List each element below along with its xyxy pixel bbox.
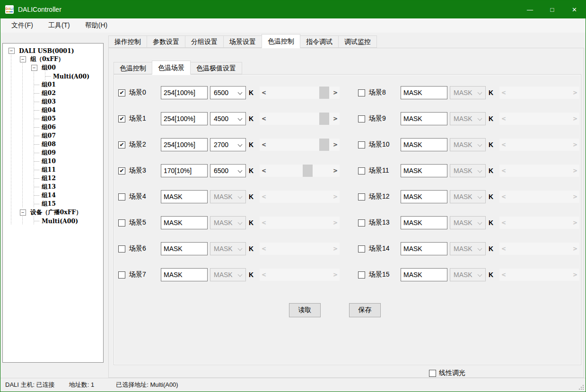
tree-node[interactable]: 组15 — [6, 200, 103, 208]
tree-node[interactable]: 组05 — [6, 114, 103, 123]
close-button[interactable]: ✕ — [563, 0, 586, 18]
scene-checkbox[interactable] — [118, 245, 125, 253]
scene-level-input[interactable] — [401, 86, 447, 99]
scene-level-input[interactable] — [161, 164, 208, 177]
save-button[interactable]: 保存 — [349, 303, 381, 317]
scene-level-input[interactable] — [161, 138, 208, 151]
scene-checkbox[interactable] — [358, 141, 365, 148]
scene-level-input[interactable] — [401, 242, 447, 255]
tree-node[interactable]: −DALI USB(0001) — [6, 46, 103, 55]
tree-node[interactable]: 组01 — [6, 80, 103, 89]
tree-guide — [17, 131, 28, 140]
main-tabstrip-tab-1[interactable]: 参数设置 — [147, 35, 185, 48]
scene-level-input[interactable] — [401, 112, 447, 125]
scene-checkbox[interactable] — [358, 193, 365, 200]
scene-label: 场景2 — [125, 140, 161, 149]
tree-node[interactable]: 组09 — [6, 148, 103, 157]
tree-guide — [17, 114, 28, 123]
read-button[interactable]: 读取 — [289, 303, 321, 317]
unit-label: K — [489, 271, 495, 279]
scene-level-input[interactable] — [161, 86, 208, 99]
tree-node[interactable]: 组02 — [6, 89, 103, 97]
scrollbar-thumb[interactable] — [319, 139, 329, 151]
temp-scrollbar[interactable]: <> — [260, 139, 340, 151]
main-tabstrip-tab-6[interactable]: 调试监控 — [338, 35, 377, 48]
tree-node[interactable]: Multi(A00) — [6, 72, 103, 80]
tree-node[interactable]: 组11 — [6, 166, 103, 174]
scrollbar-thumb[interactable] — [319, 87, 329, 99]
tree-node[interactable]: 组06 — [6, 123, 103, 131]
temp-combo-value: 4500 — [214, 115, 228, 122]
sub-tabstrip-tab-0[interactable]: 色温控制 — [114, 62, 152, 74]
scene-level-input[interactable] — [401, 190, 447, 203]
menu-item-2[interactable]: 帮助(H) — [79, 18, 114, 33]
tree-node[interactable]: 组14 — [6, 191, 103, 200]
temp-scrollbar: <> — [260, 243, 340, 255]
scene-checkbox[interactable] — [358, 219, 365, 226]
maximize-button[interactable]: □ — [541, 0, 563, 18]
scene-checkbox[interactable] — [118, 219, 125, 226]
main-tabstrip-tab-5[interactable]: 指令调试 — [300, 35, 339, 48]
linear-dimming-checkbox[interactable] — [429, 370, 436, 377]
main-tabstrip-tab-0[interactable]: 操作控制 — [108, 35, 147, 48]
scene-level-input[interactable] — [161, 242, 208, 255]
scene-level-input[interactable] — [401, 268, 447, 281]
scene-checkbox[interactable] — [358, 271, 365, 279]
temp-scrollbar: <> — [260, 217, 340, 229]
scene-checkbox[interactable]: ✔ — [118, 115, 125, 122]
scene-checkbox[interactable] — [358, 167, 365, 174]
tree-node[interactable]: 组13 — [6, 183, 103, 191]
resize-grip[interactable] — [579, 385, 584, 390]
temp-combo[interactable]: 4500 — [210, 112, 246, 125]
scene-level-input[interactable] — [161, 190, 208, 203]
scene-level-input[interactable] — [401, 216, 447, 229]
scene-level-input[interactable] — [401, 164, 447, 177]
scene-checkbox[interactable] — [358, 115, 365, 122]
menu-item-0[interactable]: 文件(F) — [5, 18, 39, 33]
tree-guide — [6, 157, 17, 166]
tree-node[interactable]: 组04 — [6, 106, 103, 114]
scene-checkbox[interactable]: ✔ — [118, 167, 125, 174]
tree-node[interactable]: Multi(A00) — [6, 217, 103, 225]
tree-node[interactable]: −设备（广播0xFF） — [6, 208, 103, 217]
scene-checkbox[interactable]: ✔ — [118, 141, 125, 148]
tree-node-label: 组01 — [40, 81, 56, 89]
collapse-icon[interactable]: − — [20, 56, 26, 62]
collapse-icon[interactable]: − — [9, 48, 15, 54]
tree-node[interactable]: −组（0xFF） — [6, 55, 103, 63]
collapse-icon[interactable]: − — [31, 65, 37, 71]
collapse-icon[interactable]: − — [20, 209, 26, 216]
scrollbar-thumb[interactable] — [319, 113, 329, 125]
scene-checkbox[interactable] — [118, 271, 125, 279]
temp-scrollbar[interactable]: <> — [260, 113, 340, 125]
menu-item-1[interactable]: 工具(T) — [42, 18, 76, 33]
scene-checkbox[interactable] — [118, 193, 125, 200]
tree-node[interactable]: −组00 — [6, 63, 103, 72]
scene-level-input[interactable] — [401, 138, 447, 151]
temp-combo[interactable]: 2700 — [210, 138, 246, 151]
tree-node[interactable]: 组10 — [6, 157, 103, 166]
main-tabstrip-tab-3[interactable]: 场景设置 — [223, 35, 262, 48]
tree-node[interactable]: 组07 — [6, 131, 103, 140]
scene-row: 场景5MASKK<> — [118, 216, 340, 229]
tree-node[interactable]: 组03 — [6, 97, 103, 106]
scrollbar-thumb[interactable] — [303, 165, 313, 177]
tree-node[interactable]: 组08 — [6, 140, 103, 148]
scene-checkbox[interactable] — [358, 245, 365, 253]
temp-scrollbar[interactable]: <> — [260, 165, 340, 177]
scene-level-input[interactable] — [161, 268, 208, 281]
scene-checkbox[interactable] — [358, 89, 365, 96]
scene-level-input[interactable] — [161, 112, 208, 125]
main-tabstrip-tab-2[interactable]: 分组设置 — [185, 35, 224, 48]
scene-level-input[interactable] — [161, 216, 208, 229]
sub-tabstrip-tab-1[interactable]: 色温场景 — [152, 61, 191, 75]
unit-label: K — [249, 167, 255, 174]
temp-combo[interactable]: 6500 — [210, 86, 246, 99]
scene-checkbox[interactable]: ✔ — [118, 89, 125, 96]
sub-tabstrip-tab-2[interactable]: 色温极值设置 — [190, 62, 242, 74]
main-tabstrip-tab-4[interactable]: 色温控制 — [262, 34, 300, 48]
temp-scrollbar[interactable]: <> — [260, 87, 340, 99]
temp-combo[interactable]: 6500 — [210, 164, 246, 177]
tree-node[interactable]: 组12 — [6, 174, 103, 183]
minimize-button[interactable]: — — [519, 0, 541, 18]
